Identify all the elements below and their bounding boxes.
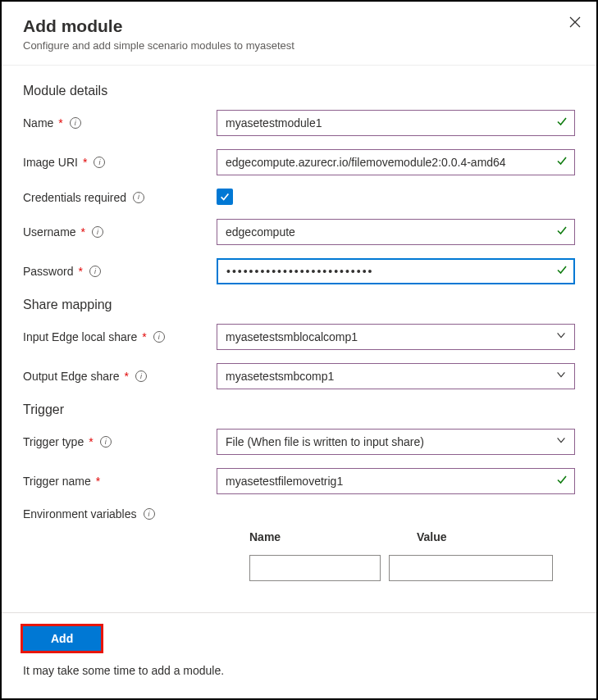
info-icon[interactable]: i xyxy=(135,370,147,382)
info-icon[interactable]: i xyxy=(92,226,103,238)
add-button[interactable]: Add xyxy=(23,626,101,651)
label-credentials-required: Credentials required i xyxy=(23,191,217,204)
required-asterisk: * xyxy=(142,330,146,343)
required-asterisk: * xyxy=(89,435,93,448)
info-icon[interactable]: i xyxy=(133,192,144,203)
env-value-input[interactable] xyxy=(389,555,553,581)
label-name: Name* i xyxy=(23,116,217,130)
label-trigger-type: Trigger type* i xyxy=(23,435,217,448)
required-asterisk: * xyxy=(81,225,85,239)
section-share-mapping: Share mapping xyxy=(23,298,575,312)
page-title: Add module xyxy=(23,16,575,36)
label-env-vars: Environment variables i xyxy=(23,507,217,520)
label-input-share: Input Edge local share* i xyxy=(23,330,217,343)
info-icon[interactable]: i xyxy=(89,266,101,277)
label-username: Username* i xyxy=(23,225,217,239)
label-output-share: Output Edge share* i xyxy=(23,370,217,383)
section-module-details: Module details xyxy=(23,84,575,98)
username-input[interactable] xyxy=(217,219,575,245)
label-password: Password* i xyxy=(23,265,217,278)
close-icon[interactable] xyxy=(568,15,582,31)
required-asterisk: * xyxy=(58,116,62,130)
label-image-uri: Image URI* i xyxy=(23,156,217,169)
input-share-select[interactable]: myasetestsmblocalcomp1 xyxy=(217,324,575,350)
name-input[interactable] xyxy=(217,110,575,136)
info-icon[interactable]: i xyxy=(94,157,105,168)
env-col-value: Value xyxy=(387,530,551,543)
trigger-type-select[interactable]: File (When file is written to input shar… xyxy=(217,429,575,455)
info-icon[interactable]: i xyxy=(100,436,112,448)
form-content: Module details Name* i Image URI* i xyxy=(2,66,596,589)
required-asterisk: * xyxy=(96,475,100,488)
footer-note: It may take some time to add a module. xyxy=(23,664,575,677)
section-trigger: Trigger xyxy=(23,402,575,417)
env-name-input[interactable] xyxy=(249,555,381,581)
env-col-name: Name xyxy=(217,530,377,543)
required-asterisk: * xyxy=(83,156,87,169)
info-icon[interactable]: i xyxy=(144,508,155,520)
label-trigger-name: Trigger name* xyxy=(23,475,217,488)
trigger-name-input[interactable] xyxy=(217,468,575,494)
footer: Add It may take some time to add a modul… xyxy=(2,612,596,698)
info-icon[interactable]: i xyxy=(153,331,165,343)
page-subtitle: Configure and add simple scenario module… xyxy=(23,39,575,52)
required-asterisk: * xyxy=(78,265,82,278)
info-icon[interactable]: i xyxy=(70,117,81,129)
required-asterisk: * xyxy=(125,370,129,383)
env-vars-table: Name Value xyxy=(217,530,575,581)
credentials-required-checkbox[interactable] xyxy=(217,189,233,205)
image-uri-input[interactable] xyxy=(217,149,575,175)
output-share-select[interactable]: myasetestsmbcomp1 xyxy=(217,363,575,389)
password-input[interactable] xyxy=(217,258,575,284)
